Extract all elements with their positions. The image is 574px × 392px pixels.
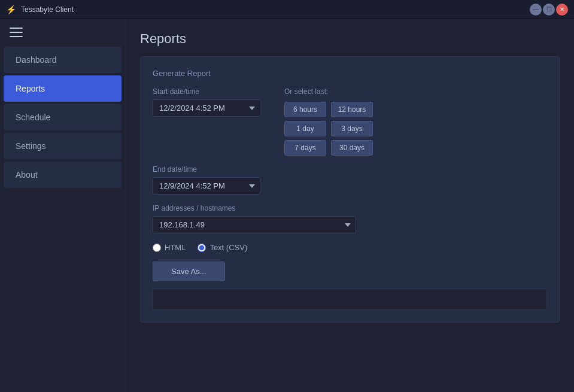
quick-btn-30d[interactable]: 30 days — [331, 140, 373, 156]
minimize-button[interactable]: — — [530, 4, 542, 16]
app: Dashboard Reports Schedule Settings Abou… — [0, 19, 574, 392]
close-button[interactable]: ✕ — [556, 4, 568, 16]
quick-btn-row-3: 7 days 30 days — [284, 140, 373, 156]
start-date-group: Start date/time 12/2/2024 4:52 PM — [153, 87, 260, 117]
titlebar: ⚡ Tessabyte Client — ☐ ✕ — [0, 0, 574, 19]
start-date-label: Start date/time — [153, 87, 260, 96]
app-icon: ⚡ — [6, 5, 16, 14]
hamburger-icon — [10, 36, 23, 37]
end-date-group: End date/time 12/9/2024 4:52 PM — [153, 165, 260, 195]
sidebar-item-settings[interactable]: Settings — [4, 133, 122, 159]
sidebar-item-reports[interactable]: Reports — [4, 75, 122, 102]
titlebar-title: Tessabyte Client — [21, 5, 74, 14]
csv-radio-label[interactable]: Text (CSV) — [198, 243, 247, 252]
html-radio-label[interactable]: HTML — [153, 243, 186, 252]
ip-group: IP addresses / hostnames 192.168.1.49 — [153, 204, 547, 233]
sidebar-item-schedule[interactable]: Schedule — [4, 104, 122, 130]
quick-btn-1d[interactable]: 1 day — [284, 121, 326, 136]
sidebar-item-about[interactable]: About — [4, 162, 122, 188]
hamburger-button[interactable] — [0, 19, 125, 45]
start-date-select[interactable]: 12/2/2024 4:52 PM — [153, 99, 260, 117]
quick-select-group: Or select last: 6 hours 12 hours 1 day 3… — [284, 87, 373, 156]
main-content: Reports Generate Report Start date/time … — [126, 19, 574, 392]
or-select-label: Or select last: — [284, 87, 373, 96]
date-and-quick-row: Start date/time 12/2/2024 4:52 PM Or sel… — [153, 87, 547, 156]
ip-label: IP addresses / hostnames — [153, 204, 547, 212]
save-as-button[interactable]: Save As... — [153, 262, 225, 281]
end-date-select[interactable]: 12/9/2024 4:52 PM — [153, 177, 260, 195]
sidebar: Dashboard Reports Schedule Settings Abou… — [0, 19, 126, 392]
sidebar-item-dashboard[interactable]: Dashboard — [4, 47, 122, 73]
quick-btn-row-1: 6 hours 12 hours — [284, 102, 373, 117]
quick-btn-3d[interactable]: 3 days — [331, 121, 373, 136]
csv-radio[interactable] — [198, 244, 206, 252]
titlebar-controls: — ☐ ✕ — [530, 4, 568, 16]
end-date-label: End date/time — [153, 165, 260, 174]
maximize-button[interactable]: ☐ — [543, 4, 555, 16]
report-card: Generate Report Start date/time 12/2/202… — [140, 56, 560, 323]
quick-btn-12h[interactable]: 12 hours — [331, 102, 373, 117]
quick-btn-6h[interactable]: 6 hours — [284, 102, 326, 117]
html-radio[interactable] — [153, 244, 161, 252]
output-area — [153, 288, 547, 310]
ip-select[interactable]: 192.168.1.49 — [153, 216, 356, 233]
quick-btn-row-2: 1 day 3 days — [284, 121, 373, 136]
report-card-title: Generate Report — [153, 69, 547, 78]
end-date-row: End date/time 12/9/2024 4:52 PM — [153, 165, 547, 195]
titlebar-left: ⚡ Tessabyte Client — [6, 5, 74, 14]
hamburger-icon — [10, 28, 23, 29]
page-title: Reports — [140, 31, 560, 47]
hamburger-icon — [10, 32, 23, 33]
format-radio-row: HTML Text (CSV) — [153, 243, 547, 252]
quick-btn-7d[interactable]: 7 days — [284, 140, 326, 156]
